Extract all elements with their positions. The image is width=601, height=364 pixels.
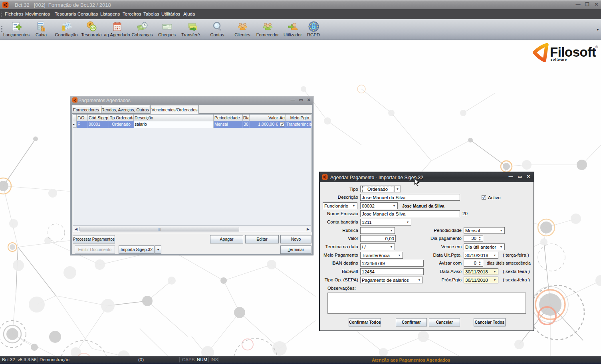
- svg-text:software: software: [551, 57, 567, 61]
- svg-text:®: ®: [595, 45, 598, 49]
- svg-text:S: S: [91, 26, 94, 30]
